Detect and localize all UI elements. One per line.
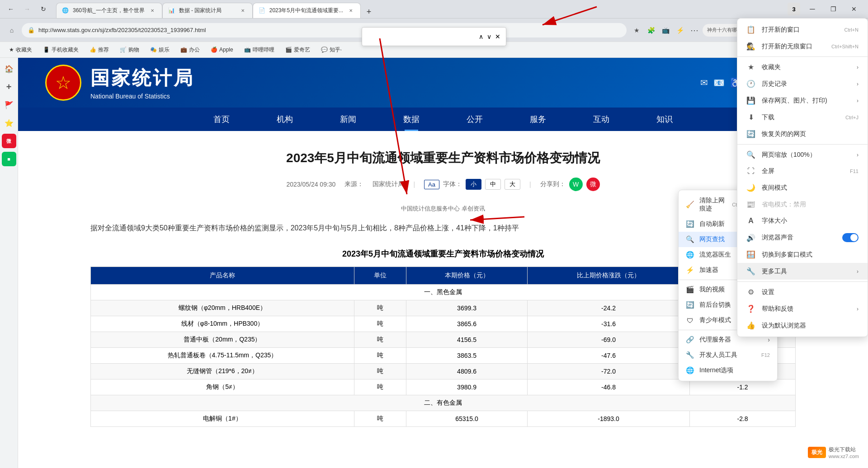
article-date: 2023/05/24 09:30	[286, 181, 335, 188]
logo-main-text: 国家统计局	[90, 66, 194, 91]
new-tab-button[interactable]: +	[363, 5, 375, 18]
find-prev-btn[interactable]: ∧	[479, 33, 483, 40]
menu-label: 全屏	[762, 167, 774, 175]
nav-news[interactable]: 新闻	[316, 108, 380, 131]
default-browser-icon: 👍	[746, 321, 755, 330]
menu-more-tools[interactable]: 🔧 更多工具 ›	[737, 263, 868, 280]
bookmark-ent-icon: 🎭	[150, 47, 157, 53]
wechat-share-btn[interactable]: W	[569, 178, 583, 191]
sidebar-flag-icon[interactable]: 🚩	[2, 98, 16, 112]
menu-font-size[interactable]: A 字体大小	[737, 213, 868, 229]
sidebar-green-icon[interactable]: ■	[2, 152, 16, 166]
menu-browser-sound[interactable]: 🔊 浏览器声音	[737, 229, 868, 246]
home-button[interactable]: ⌂	[5, 24, 18, 37]
menu-bookmarks[interactable]: ★ 收藏夹 ›	[737, 59, 868, 75]
menu-multi-window[interactable]: 🪟 切换到多窗口模式	[737, 246, 868, 263]
nav-knowledge[interactable]: 知识	[633, 108, 696, 131]
multi-window-icon: 🪟	[746, 250, 755, 259]
tab-3-close[interactable]: ✕	[347, 7, 355, 15]
menu-history[interactable]: 🕐 历史记录 ›	[737, 75, 868, 92]
nav-institution[interactable]: 机构	[253, 108, 316, 131]
nav-interactive[interactable]: 互动	[570, 108, 633, 131]
nav-open[interactable]: 公开	[443, 108, 506, 131]
menu-restore-tab[interactable]: 🔄 恢复关闭的网页	[737, 126, 868, 142]
tab-1[interactable]: 🌐 360导航_一个主页，整个世界 ✕	[56, 3, 162, 18]
save-icon: 💾	[746, 96, 755, 105]
find-close-btn[interactable]: ✕	[495, 33, 500, 40]
bookmark-shop[interactable]: 🛒 购物	[116, 44, 143, 56]
restore-button[interactable]: ❐	[823, 2, 844, 16]
bookmark-office[interactable]: 💼 办公	[177, 44, 203, 56]
submenu-arrow: ›	[768, 336, 770, 343]
menu-new-window[interactable]: 📋 打开新的窗口 Ctrl+N	[737, 21, 868, 38]
menu-set-default[interactable]: 👍 设为默认浏览器	[737, 317, 868, 334]
email-icon[interactable]: ✉	[700, 77, 708, 88]
bookmark-apple[interactable]: 🍎 Apple	[207, 45, 237, 55]
refresh-button[interactable]: ↻	[36, 2, 51, 16]
address-input-wrap[interactable]: 🔒	[22, 23, 627, 37]
close-button[interactable]: ✕	[844, 2, 864, 16]
sidebar-weibo-icon[interactable]: 微	[2, 134, 16, 148]
mail-icon[interactable]: 📧	[713, 77, 725, 88]
menu-incognito[interactable]: 🕵 打开新的无痕窗口 Ctrl+Shift+N	[737, 38, 868, 55]
forward-button[interactable]: →	[20, 2, 34, 16]
menu-zoom[interactable]: 🔍 网页缩放（100%） ›	[737, 146, 868, 163]
unit: 吨	[354, 316, 406, 332]
tab-2-close[interactable]: ✕	[239, 7, 247, 15]
sound-toggle[interactable]	[842, 233, 859, 242]
sidebar-add-icon[interactable]: +	[2, 80, 16, 94]
find-next-btn[interactable]: ∨	[487, 33, 491, 40]
ctx-internet-options[interactable]: 🌐 Internet选项	[679, 363, 777, 378]
bookmark-zhihu[interactable]: 💬 知乎·	[317, 44, 345, 56]
extensions-btn[interactable]: 🧩	[645, 24, 657, 37]
font-medium-btn[interactable]: 中	[485, 179, 501, 190]
change: -69.0	[527, 332, 689, 347]
title-bar: ← → ↻ 🌐 360导航_一个主页，整个世界 ✕ 📊 数据 - 国家统计局 ✕…	[0, 0, 868, 18]
ctx-devtools[interactable]: 🔧 开发人员工具 F12	[679, 347, 777, 363]
menu-label: 网页缩放（100%）	[762, 151, 816, 159]
tab-2[interactable]: 📊 数据 - 国家统计局 ✕	[162, 3, 253, 18]
bookmark-bilibili[interactable]: 📺 哔哩哔哩	[241, 44, 278, 56]
ctx-label: 流览器医生	[699, 251, 731, 259]
bookmark-favorites[interactable]: ★ 收藏夹	[5, 44, 36, 56]
bookmark-mobile[interactable]: 📱 手机收藏夹	[39, 44, 82, 56]
menu-label: 保存网页、图片、打印)	[762, 97, 827, 105]
font-large-btn[interactable]: 大	[505, 179, 520, 190]
table-row: 电解铜（1#） 吨 65315.0 -1893.0 -2.8	[91, 411, 796, 426]
bookmark-label: 爱奇艺	[294, 46, 310, 54]
sidebar-home-icon[interactable]: 🏠	[2, 61, 16, 76]
search-popup: ∧ ∨ ✕	[362, 27, 506, 46]
tab-3[interactable]: 📄 2023年5月中旬流通领域重要... ✕	[253, 3, 361, 18]
meta-divider: |	[413, 181, 415, 188]
nav-home[interactable]: 首页	[190, 108, 253, 131]
menu-download[interactable]: ⬇ 下载 Ctrl+J	[737, 109, 868, 126]
menu-fullscreen[interactable]: ⛶ 全屏 F11	[737, 163, 868, 179]
screen-cast-btn[interactable]: 📺	[659, 24, 672, 37]
bookmark-iqiyi[interactable]: 🎬 爱奇艺	[282, 44, 314, 56]
back-button[interactable]: ←	[4, 2, 18, 16]
submenu-arrow: ›	[857, 81, 859, 87]
url-input[interactable]	[38, 27, 621, 33]
lightning-btn[interactable]: ⚡	[674, 24, 686, 37]
more-btn[interactable]: ⋯	[688, 24, 701, 37]
tab-1-close[interactable]: ✕	[148, 7, 156, 15]
bookmark-entertainment[interactable]: 🎭 娱乐	[146, 44, 173, 56]
nav-service[interactable]: 服务	[506, 108, 570, 131]
menu-settings[interactable]: ⚙ 设置	[737, 284, 868, 300]
bookmark-recommend[interactable]: 👍 推荐	[86, 44, 113, 56]
menu-save[interactable]: 💾 保存网页、图片、打印) ›	[737, 92, 868, 109]
menu-night-mode[interactable]: 🌙 夜间模式	[737, 179, 868, 196]
submenu-arrow: ›	[857, 152, 859, 158]
share-area: 分享到： W 微	[540, 178, 600, 191]
menu-shortcut: Ctrl+Shift+N	[831, 44, 859, 49]
menu-help[interactable]: ❓ 帮助和反馈 ›	[737, 300, 868, 317]
weibo-share-btn[interactable]: 微	[586, 178, 600, 191]
font-small-btn[interactable]: 小	[466, 179, 481, 190]
addr-nav: ⌂	[5, 24, 18, 37]
sidebar-star-icon[interactable]: ⭐	[2, 116, 16, 130]
star-icon-btn[interactable]: ★	[630, 24, 643, 37]
lock-icon: 🔒	[28, 27, 35, 33]
find-input[interactable]	[368, 33, 475, 40]
minimize-button[interactable]: ─	[802, 2, 823, 16]
nav-data[interactable]: 数据	[380, 108, 443, 131]
